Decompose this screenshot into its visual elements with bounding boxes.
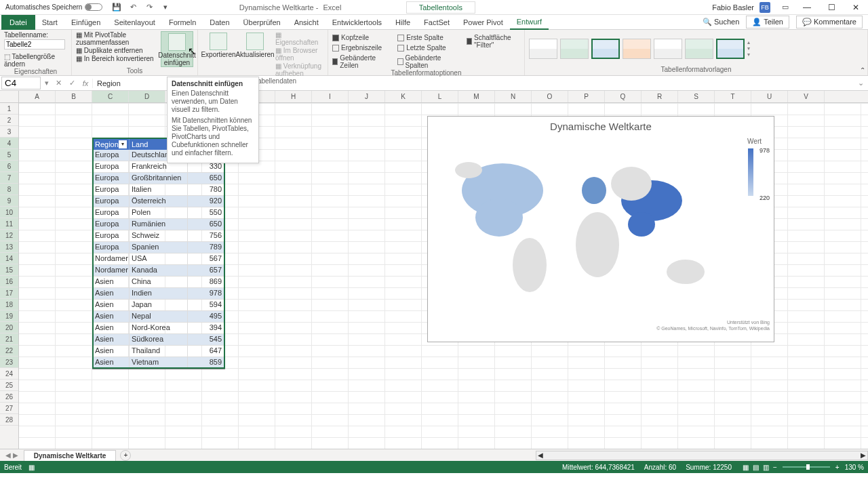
table-row[interactable]: AsienIndien978 (93, 288, 224, 300)
map-chart[interactable]: Dynamische Weltkarte Wert 978 220 (427, 116, 774, 342)
opt-total[interactable]: Ergebniszeile (332, 44, 384, 52)
convert-range[interactable]: ▦ In Bereich konvertieren (76, 55, 157, 62)
zoom-in-icon[interactable]: + (835, 464, 840, 471)
col-header[interactable]: H (275, 91, 312, 102)
opt-filter[interactable]: Schaltfläche "Filter" (467, 34, 520, 49)
autosave-toggle[interactable]: Automatisches Speichern (0, 3, 108, 11)
share-button[interactable]: 👤 Teilen (746, 16, 789, 28)
summarize-pivot[interactable]: ▦ Mit PivotTable zusammenfassen (76, 31, 157, 46)
row-header[interactable]: 16 (0, 276, 18, 287)
row-header[interactable]: 20 (0, 322, 18, 333)
minimize-button[interactable]: — (795, 0, 819, 15)
opt-last-col[interactable]: Letzte Spalte (397, 44, 453, 52)
col-header[interactable]: O (532, 91, 568, 102)
remove-dup[interactable]: ▦ Duplikate entfernen (76, 47, 157, 54)
resize-table[interactable]: ⬚ Tabellengröße ändern (4, 53, 67, 68)
row-header[interactable]: 25 (0, 380, 18, 391)
table-row[interactable]: AsienChina869 (93, 277, 224, 288)
row-header[interactable]: 26 (0, 391, 18, 403)
sheet-nav-icon[interactable]: ◀ ▶ (0, 451, 24, 459)
opt-first-col[interactable]: Erste Spalte (397, 34, 453, 41)
zoom-slider[interactable] (783, 466, 830, 468)
row-header[interactable]: 13 (0, 241, 18, 253)
row-header[interactable]: 8 (0, 184, 18, 195)
chart-title[interactable]: Dynamische Weltkarte (428, 117, 774, 136)
grid[interactable]: ABCDEFGHIJKLMNOPQRSTUV 12345678910111213… (0, 91, 868, 449)
row-header[interactable]: 21 (0, 333, 18, 345)
col-header[interactable]: D (129, 91, 165, 102)
table-row[interactable]: AsienJapan594 (93, 300, 224, 311)
table-row[interactable]: AsienVietnam859 (93, 357, 224, 369)
col-header[interactable]: J (349, 91, 385, 102)
ribbon-mode-icon[interactable]: ▭ (776, 3, 795, 12)
row-header[interactable]: 3 (0, 126, 18, 138)
table-styles-gallery[interactable]: ▴▾▾ (529, 31, 863, 66)
tab-developer[interactable]: Entwicklertools (326, 15, 389, 30)
row-header[interactable]: 12 (0, 230, 18, 241)
export-button[interactable]: Exportieren (202, 31, 235, 58)
tab-layout[interactable]: Seitenlayout (107, 15, 162, 30)
insert-slicer-button[interactable]: Datenschnitt einfügen (161, 31, 193, 67)
filter-icon[interactable]: ▾ (119, 140, 127, 148)
col-header[interactable]: I (312, 91, 349, 102)
view-layout-icon[interactable]: ▤ (753, 464, 759, 471)
row-header[interactable]: 7 (0, 172, 18, 184)
col-header[interactable]: V (788, 91, 825, 102)
table-row[interactable]: NordamerKanada657 (93, 265, 224, 277)
opt-header[interactable]: Kopfzeile (332, 34, 384, 41)
table-row[interactable]: EuropaSchweiz756 (93, 230, 224, 242)
sheet-tab-active[interactable]: Dynamische Weltkarte (24, 450, 117, 461)
tab-design[interactable]: Entwurf (510, 15, 549, 30)
row-header[interactable]: 28 (0, 414, 18, 426)
redo-icon[interactable]: ↷ (144, 3, 154, 12)
close-button[interactable]: ✕ (844, 0, 868, 15)
table-row[interactable]: AsienSüdkorea545 (93, 334, 224, 346)
macro-icon[interactable]: ▦ (28, 464, 35, 471)
tab-factset[interactable]: FactSet (417, 15, 456, 30)
cancel-icon[interactable]: ✕ (52, 79, 65, 87)
opt-banded-rows[interactable]: Gebänderte Zeilen (332, 54, 384, 69)
save-icon[interactable]: 💾 (112, 3, 121, 12)
table-row[interactable]: EuropaItalien780 (93, 184, 224, 196)
row-header[interactable]: 6 (0, 161, 18, 172)
row-header[interactable]: 1 (0, 103, 18, 115)
view-break-icon[interactable]: ▥ (763, 464, 769, 471)
tab-data[interactable]: Daten (203, 15, 236, 30)
enter-icon[interactable]: ✓ (65, 79, 79, 87)
tab-help[interactable]: Hilfe (389, 15, 417, 30)
data-table[interactable]: Region▾ Land▾ Wert▾ EuropaDeutschland220… (92, 138, 225, 369)
row-header[interactable]: 18 (0, 299, 18, 310)
col-header[interactable]: T (715, 91, 751, 102)
col-header[interactable]: S (678, 91, 715, 102)
undo-icon[interactable]: ↶ (128, 3, 138, 12)
row-header[interactable]: 15 (0, 264, 18, 276)
row-header[interactable]: 4 (0, 138, 18, 149)
refresh-button[interactable]: Aktualisieren (239, 31, 271, 58)
row-header[interactable]: 22 (0, 345, 18, 357)
row-header[interactable]: 23 (0, 357, 18, 368)
zoom-level[interactable]: 130 % (845, 464, 864, 471)
tab-view[interactable]: Ansicht (288, 15, 326, 30)
row-header[interactable]: 10 (0, 207, 18, 218)
table-row[interactable]: AsienNepal495 (93, 311, 224, 323)
table-row[interactable]: EuropaPolen550 (93, 207, 224, 219)
col-header[interactable]: P (568, 91, 605, 102)
view-normal-icon[interactable]: ▦ (743, 464, 749, 471)
tab-powerpivot[interactable]: Power Pivot (456, 15, 510, 30)
col-header[interactable]: M (458, 91, 495, 102)
table-row[interactable]: AsienThailand647 (93, 346, 224, 357)
opt-banded-cols[interactable]: Gebänderte Spalten (397, 54, 453, 69)
table-row[interactable]: AsienNord-Korea394 (93, 323, 224, 334)
tab-review[interactable]: Überprüfen (237, 15, 288, 30)
horizontal-scrollbar[interactable]: ◀▶ (536, 451, 868, 460)
col-header[interactable]: K (385, 91, 422, 102)
add-sheet-button[interactable]: + (120, 450, 131, 461)
row-header[interactable]: 19 (0, 310, 18, 322)
row-header[interactable]: 17 (0, 287, 18, 299)
table-row[interactable]: EuropaÖsterreich920 (93, 196, 224, 207)
row-header[interactable]: 9 (0, 195, 18, 207)
col-header[interactable]: R (642, 91, 678, 102)
col-header[interactable]: L (422, 91, 458, 102)
table-row[interactable]: EuropaSpanien789 (93, 242, 224, 253)
expand-formula-icon[interactable]: ⌄ (854, 79, 868, 87)
